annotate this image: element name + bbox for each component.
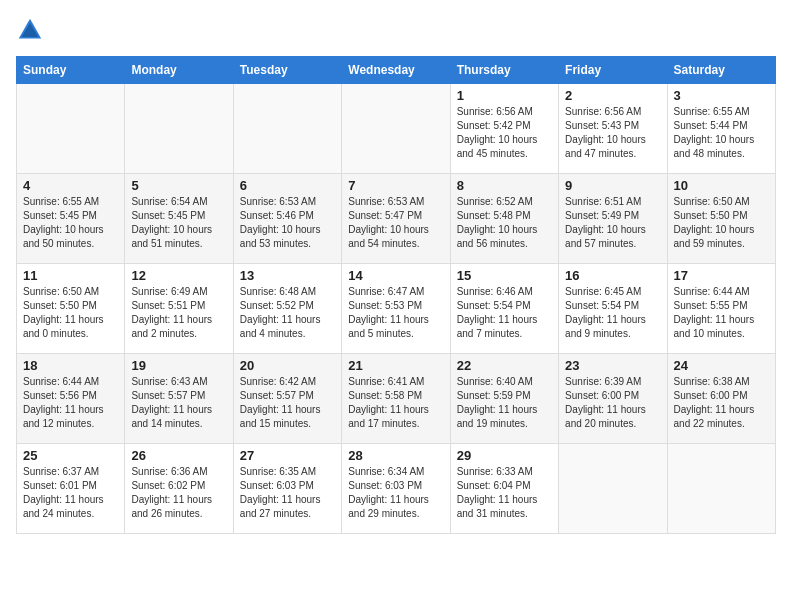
calendar-cell: 23Sunrise: 6:39 AMSunset: 6:00 PMDayligh… xyxy=(559,354,667,444)
calendar-cell: 1Sunrise: 6:56 AMSunset: 5:42 PMDaylight… xyxy=(450,84,558,174)
day-info: Sunrise: 6:49 AMSunset: 5:51 PMDaylight:… xyxy=(131,285,226,341)
calendar-cell xyxy=(342,84,450,174)
day-info: Sunrise: 6:55 AMSunset: 5:44 PMDaylight:… xyxy=(674,105,769,161)
calendar-cell: 27Sunrise: 6:35 AMSunset: 6:03 PMDayligh… xyxy=(233,444,341,534)
calendar-cell: 3Sunrise: 6:55 AMSunset: 5:44 PMDaylight… xyxy=(667,84,775,174)
day-info: Sunrise: 6:56 AMSunset: 5:42 PMDaylight:… xyxy=(457,105,552,161)
day-number: 26 xyxy=(131,448,226,463)
day-number: 14 xyxy=(348,268,443,283)
day-info: Sunrise: 6:46 AMSunset: 5:54 PMDaylight:… xyxy=(457,285,552,341)
day-info: Sunrise: 6:35 AMSunset: 6:03 PMDaylight:… xyxy=(240,465,335,521)
day-number: 22 xyxy=(457,358,552,373)
day-number: 28 xyxy=(348,448,443,463)
calendar-week-row: 18Sunrise: 6:44 AMSunset: 5:56 PMDayligh… xyxy=(17,354,776,444)
day-info: Sunrise: 6:50 AMSunset: 5:50 PMDaylight:… xyxy=(23,285,118,341)
day-info: Sunrise: 6:37 AMSunset: 6:01 PMDaylight:… xyxy=(23,465,118,521)
day-number: 21 xyxy=(348,358,443,373)
calendar-cell xyxy=(17,84,125,174)
calendar-cell: 28Sunrise: 6:34 AMSunset: 6:03 PMDayligh… xyxy=(342,444,450,534)
day-info: Sunrise: 6:53 AMSunset: 5:47 PMDaylight:… xyxy=(348,195,443,251)
day-info: Sunrise: 6:44 AMSunset: 5:55 PMDaylight:… xyxy=(674,285,769,341)
day-info: Sunrise: 6:40 AMSunset: 5:59 PMDaylight:… xyxy=(457,375,552,431)
day-info: Sunrise: 6:44 AMSunset: 5:56 PMDaylight:… xyxy=(23,375,118,431)
day-number: 18 xyxy=(23,358,118,373)
calendar-week-row: 25Sunrise: 6:37 AMSunset: 6:01 PMDayligh… xyxy=(17,444,776,534)
day-number: 6 xyxy=(240,178,335,193)
calendar-table: SundayMondayTuesdayWednesdayThursdayFrid… xyxy=(16,56,776,534)
day-number: 23 xyxy=(565,358,660,373)
day-info: Sunrise: 6:43 AMSunset: 5:57 PMDaylight:… xyxy=(131,375,226,431)
calendar-cell: 19Sunrise: 6:43 AMSunset: 5:57 PMDayligh… xyxy=(125,354,233,444)
day-number: 7 xyxy=(348,178,443,193)
calendar-cell: 18Sunrise: 6:44 AMSunset: 5:56 PMDayligh… xyxy=(17,354,125,444)
weekday-header: Tuesday xyxy=(233,57,341,84)
weekday-header: Friday xyxy=(559,57,667,84)
calendar-cell: 5Sunrise: 6:54 AMSunset: 5:45 PMDaylight… xyxy=(125,174,233,264)
day-number: 27 xyxy=(240,448,335,463)
day-number: 2 xyxy=(565,88,660,103)
calendar-cell: 12Sunrise: 6:49 AMSunset: 5:51 PMDayligh… xyxy=(125,264,233,354)
day-info: Sunrise: 6:53 AMSunset: 5:46 PMDaylight:… xyxy=(240,195,335,251)
day-info: Sunrise: 6:48 AMSunset: 5:52 PMDaylight:… xyxy=(240,285,335,341)
calendar-week-row: 11Sunrise: 6:50 AMSunset: 5:50 PMDayligh… xyxy=(17,264,776,354)
day-number: 17 xyxy=(674,268,769,283)
day-info: Sunrise: 6:51 AMSunset: 5:49 PMDaylight:… xyxy=(565,195,660,251)
calendar-cell: 25Sunrise: 6:37 AMSunset: 6:01 PMDayligh… xyxy=(17,444,125,534)
day-info: Sunrise: 6:39 AMSunset: 6:00 PMDaylight:… xyxy=(565,375,660,431)
calendar-week-row: 4Sunrise: 6:55 AMSunset: 5:45 PMDaylight… xyxy=(17,174,776,264)
calendar-cell xyxy=(233,84,341,174)
day-number: 13 xyxy=(240,268,335,283)
day-number: 3 xyxy=(674,88,769,103)
day-info: Sunrise: 6:42 AMSunset: 5:57 PMDaylight:… xyxy=(240,375,335,431)
calendar-cell xyxy=(125,84,233,174)
calendar-cell: 17Sunrise: 6:44 AMSunset: 5:55 PMDayligh… xyxy=(667,264,775,354)
day-number: 16 xyxy=(565,268,660,283)
calendar-cell: 8Sunrise: 6:52 AMSunset: 5:48 PMDaylight… xyxy=(450,174,558,264)
weekday-header: Thursday xyxy=(450,57,558,84)
day-number: 20 xyxy=(240,358,335,373)
calendar-cell: 10Sunrise: 6:50 AMSunset: 5:50 PMDayligh… xyxy=(667,174,775,264)
calendar-cell xyxy=(559,444,667,534)
calendar-cell: 16Sunrise: 6:45 AMSunset: 5:54 PMDayligh… xyxy=(559,264,667,354)
calendar-cell: 21Sunrise: 6:41 AMSunset: 5:58 PMDayligh… xyxy=(342,354,450,444)
calendar-week-row: 1Sunrise: 6:56 AMSunset: 5:42 PMDaylight… xyxy=(17,84,776,174)
day-info: Sunrise: 6:47 AMSunset: 5:53 PMDaylight:… xyxy=(348,285,443,341)
day-info: Sunrise: 6:52 AMSunset: 5:48 PMDaylight:… xyxy=(457,195,552,251)
day-info: Sunrise: 6:38 AMSunset: 6:00 PMDaylight:… xyxy=(674,375,769,431)
day-number: 8 xyxy=(457,178,552,193)
day-number: 25 xyxy=(23,448,118,463)
day-number: 4 xyxy=(23,178,118,193)
calendar-cell: 22Sunrise: 6:40 AMSunset: 5:59 PMDayligh… xyxy=(450,354,558,444)
calendar-cell: 24Sunrise: 6:38 AMSunset: 6:00 PMDayligh… xyxy=(667,354,775,444)
day-info: Sunrise: 6:33 AMSunset: 6:04 PMDaylight:… xyxy=(457,465,552,521)
calendar-cell: 2Sunrise: 6:56 AMSunset: 5:43 PMDaylight… xyxy=(559,84,667,174)
logo-icon xyxy=(16,16,44,44)
calendar-cell: 9Sunrise: 6:51 AMSunset: 5:49 PMDaylight… xyxy=(559,174,667,264)
day-info: Sunrise: 6:55 AMSunset: 5:45 PMDaylight:… xyxy=(23,195,118,251)
day-number: 9 xyxy=(565,178,660,193)
calendar-cell: 15Sunrise: 6:46 AMSunset: 5:54 PMDayligh… xyxy=(450,264,558,354)
day-number: 19 xyxy=(131,358,226,373)
logo xyxy=(16,16,48,44)
day-number: 11 xyxy=(23,268,118,283)
calendar-cell: 29Sunrise: 6:33 AMSunset: 6:04 PMDayligh… xyxy=(450,444,558,534)
weekday-header: Monday xyxy=(125,57,233,84)
day-number: 5 xyxy=(131,178,226,193)
day-number: 1 xyxy=(457,88,552,103)
weekday-header: Saturday xyxy=(667,57,775,84)
calendar-cell: 6Sunrise: 6:53 AMSunset: 5:46 PMDaylight… xyxy=(233,174,341,264)
page-header xyxy=(16,16,776,44)
day-number: 15 xyxy=(457,268,552,283)
calendar-cell: 11Sunrise: 6:50 AMSunset: 5:50 PMDayligh… xyxy=(17,264,125,354)
day-info: Sunrise: 6:36 AMSunset: 6:02 PMDaylight:… xyxy=(131,465,226,521)
calendar-cell: 4Sunrise: 6:55 AMSunset: 5:45 PMDaylight… xyxy=(17,174,125,264)
weekday-header-row: SundayMondayTuesdayWednesdayThursdayFrid… xyxy=(17,57,776,84)
weekday-header: Sunday xyxy=(17,57,125,84)
calendar-cell: 20Sunrise: 6:42 AMSunset: 5:57 PMDayligh… xyxy=(233,354,341,444)
day-number: 12 xyxy=(131,268,226,283)
calendar-cell: 14Sunrise: 6:47 AMSunset: 5:53 PMDayligh… xyxy=(342,264,450,354)
day-number: 24 xyxy=(674,358,769,373)
day-number: 10 xyxy=(674,178,769,193)
calendar-cell xyxy=(667,444,775,534)
calendar-cell: 26Sunrise: 6:36 AMSunset: 6:02 PMDayligh… xyxy=(125,444,233,534)
